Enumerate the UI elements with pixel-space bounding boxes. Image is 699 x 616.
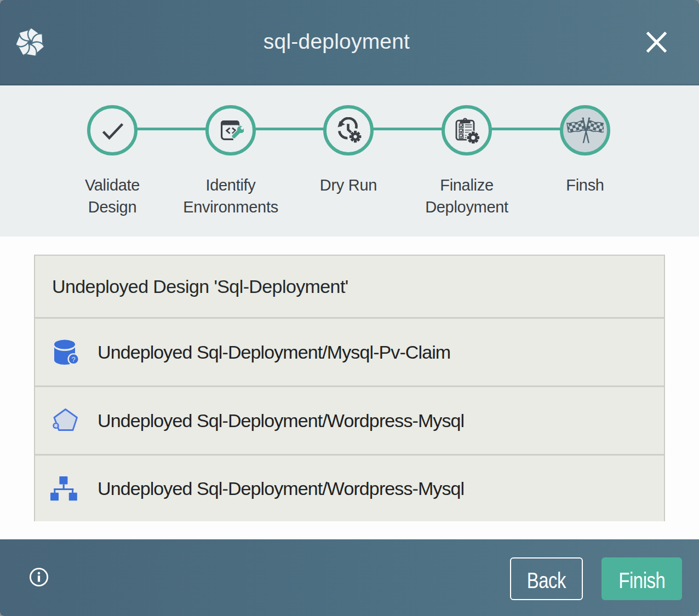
svg-text:?: ?	[72, 355, 76, 364]
